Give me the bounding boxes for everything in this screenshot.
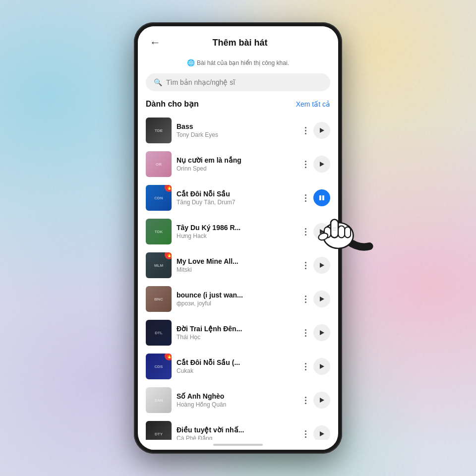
more-options-button[interactable]	[303, 225, 308, 238]
song-thumbnail: BNC	[146, 286, 172, 312]
song-info: Nụ cười em là nắngOrinn Sped	[177, 156, 298, 172]
song-title: Tây Du Ký 1986 R...	[177, 224, 298, 232]
song-item: MLM🔥My Love Mine All...Mitski	[138, 248, 338, 282]
song-info: Đời Trai Lệnh Đên...Thái Học	[177, 325, 298, 341]
song-info: BassTony Dark Eyes	[177, 122, 298, 138]
pause-button[interactable]	[313, 189, 330, 206]
play-button[interactable]	[313, 257, 330, 274]
search-bar[interactable]: 🔍	[146, 73, 330, 91]
public-notice: 🌐 Bài hát của bạn hiển thị công khai.	[138, 56, 338, 69]
song-title: bounce (i just wan...	[177, 291, 298, 299]
song-info: Điều tuyệt vời nhấ...Cà Phê Đắng	[177, 426, 298, 440]
svg-marker-4	[320, 229, 324, 234]
play-button[interactable]	[313, 156, 330, 173]
song-title: Số Anh Nghèo	[177, 392, 298, 400]
song-item: ORNụ cười em là nắngOrinn Sped	[138, 147, 338, 181]
bottom-bar	[138, 440, 338, 450]
song-artist: Mitski	[177, 266, 298, 273]
song-item: CDN🔥Cắt Đôi Nỗi SầuTăng Duy Tân, Drum7	[138, 181, 338, 215]
page-title: Thêm bài hát	[167, 38, 313, 48]
song-thumbnail: TDE	[146, 118, 172, 143]
svg-marker-5	[320, 263, 324, 268]
song-thumbnail: CDS🔥	[146, 354, 172, 379]
song-title: Đời Trai Lệnh Đên...	[177, 325, 298, 333]
fire-badge: 🔥	[165, 185, 172, 192]
svg-marker-9	[320, 398, 324, 403]
phone-screen: ← Thêm bài hát 🌐 Bài hát của bạn hiển th…	[138, 26, 338, 450]
song-info: Số Anh NghèoHoàng Hồng Quân	[177, 392, 298, 408]
play-button[interactable]	[313, 324, 330, 341]
song-thumbnail: DTL	[146, 320, 172, 346]
play-button[interactable]	[313, 223, 330, 240]
more-options-button[interactable]	[303, 394, 308, 407]
home-indicator	[213, 444, 263, 446]
song-title: Bass	[177, 122, 298, 130]
song-info: Tây Du Ký 1986 R...Hưng Hack	[177, 224, 298, 239]
svg-marker-1	[320, 162, 324, 167]
song-artist: фрози, joyful	[177, 300, 298, 307]
song-item: SANSố Anh NghèoHoàng Hồng Quân	[138, 383, 338, 417]
song-info: Cắt Đôi Nỗi SầuTăng Duy Tân, Drum7	[177, 190, 298, 206]
more-options-button[interactable]	[303, 293, 308, 306]
song-list: TDEBassTony Dark EyesORNụ cười em là nắn…	[138, 114, 338, 440]
song-item: DTYĐiều tuyệt vời nhấ...Cà Phê Đắng	[138, 417, 338, 440]
song-thumbnail: SAN	[146, 387, 172, 413]
play-button[interactable]	[313, 425, 330, 440]
more-options-button[interactable]	[303, 360, 308, 373]
more-options-button[interactable]	[303, 158, 308, 171]
song-thumbnail: OR	[146, 151, 172, 177]
play-button[interactable]	[313, 291, 330, 307]
section-title: Dành cho bạn	[146, 99, 199, 109]
fire-badge: 🔥	[165, 354, 172, 360]
song-artist: Tony Dark Eyes	[177, 131, 298, 138]
search-icon: 🔍	[154, 78, 162, 86]
song-artist: Hoàng Hồng Quân	[177, 401, 298, 408]
svg-marker-0	[320, 128, 324, 133]
phone-frame: ← Thêm bài hát 🌐 Bài hát của bạn hiển th…	[134, 22, 342, 454]
search-input[interactable]	[166, 78, 322, 86]
more-options-button[interactable]	[303, 124, 308, 137]
svg-marker-10	[320, 431, 324, 436]
song-title: Nụ cười em là nắng	[177, 156, 298, 164]
more-options-button[interactable]	[303, 427, 308, 440]
song-item: TDKTây Du Ký 1986 R...Hưng Hack	[138, 215, 338, 248]
svg-marker-8	[320, 364, 324, 369]
section-header: Dành cho bạn Xem tất cả	[138, 97, 338, 114]
song-title: My Love Mine All...	[177, 257, 298, 265]
svg-marker-7	[320, 330, 324, 335]
globe-icon: 🌐	[187, 59, 195, 66]
song-artist: Orinn Sped	[177, 165, 298, 172]
see-all-button[interactable]: Xem tất cả	[296, 100, 330, 108]
more-options-button[interactable]	[303, 191, 308, 205]
song-artist: Cukak	[177, 367, 298, 374]
song-title: Cắt Đôi Nỗi Sầu (...	[177, 358, 298, 366]
song-artist: Tăng Duy Tân, Drum7	[177, 199, 298, 206]
svg-rect-2	[319, 195, 321, 200]
song-artist: Thái Học	[177, 334, 298, 341]
song-thumbnail: MLM🔥	[146, 252, 172, 278]
song-title: Điều tuyệt vời nhấ...	[177, 426, 298, 434]
more-options-button[interactable]	[303, 326, 308, 340]
svg-rect-3	[322, 195, 324, 200]
play-button[interactable]	[313, 392, 330, 409]
song-item: BNCbounce (i just wan...фрози, joyful	[138, 282, 338, 316]
notice-text: Bài hát của bạn hiển thị công khai.	[197, 60, 289, 66]
song-artist: Hưng Hack	[177, 233, 298, 239]
song-item: CDS🔥Cắt Đôi Nỗi Sầu (...Cukak	[138, 350, 338, 383]
song-info: Cắt Đôi Nỗi Sầu (...Cukak	[177, 358, 298, 374]
song-thumbnail: TDK	[146, 219, 172, 244]
fire-badge: 🔥	[165, 252, 172, 259]
song-item: DTLĐời Trai Lệnh Đên...Thái Học	[138, 316, 338, 350]
song-thumbnail: DTY	[146, 421, 172, 440]
song-title: Cắt Đôi Nỗi Sầu	[177, 190, 298, 198]
back-button[interactable]: ←	[148, 34, 163, 51]
more-options-button[interactable]	[303, 259, 308, 272]
song-info: bounce (i just wan...фрози, joyful	[177, 291, 298, 307]
song-artist: Cà Phê Đắng	[177, 435, 298, 440]
play-button[interactable]	[313, 358, 330, 375]
svg-marker-6	[320, 297, 324, 301]
song-info: My Love Mine All...Mitski	[177, 257, 298, 273]
header: ← Thêm bài hát	[138, 26, 338, 56]
song-item: TDEBassTony Dark Eyes	[138, 114, 338, 147]
play-button[interactable]	[313, 122, 330, 139]
